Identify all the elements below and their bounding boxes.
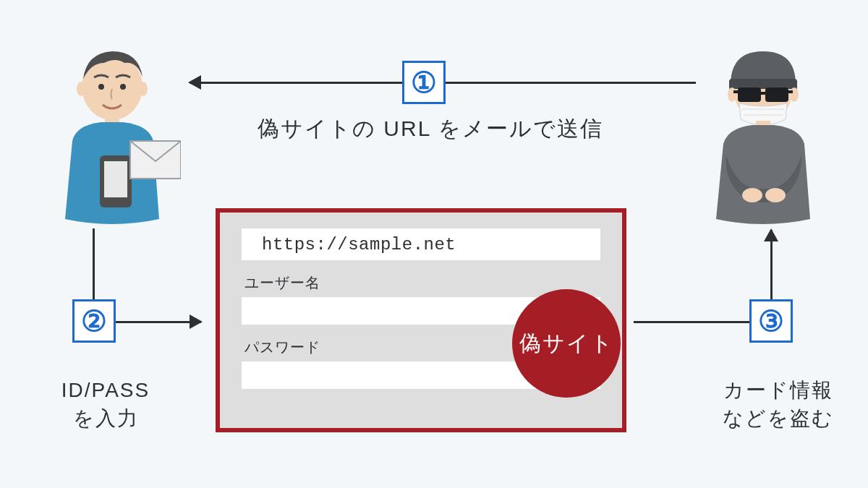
step3-label-line1: カード情報 (723, 379, 833, 401)
svg-point-19 (742, 188, 762, 202)
svg-point-12 (790, 87, 799, 102)
victim-figure (43, 47, 181, 227)
fake-site-badge-label: 偽サイト (519, 329, 614, 359)
svg-rect-14 (765, 87, 788, 102)
step3-number: ③ (758, 304, 784, 338)
svg-point-3 (98, 84, 104, 90)
svg-point-2 (139, 82, 148, 96)
step3-badge: ③ (749, 299, 793, 343)
step2-label-line1: ID/PASS (61, 379, 150, 401)
svg-rect-8 (104, 161, 127, 197)
svg-point-4 (120, 84, 126, 90)
step3-label-line2: などを盗む (723, 407, 834, 429)
svg-rect-16 (733, 90, 739, 93)
attacker-figure (694, 47, 832, 227)
svg-point-20 (765, 188, 786, 202)
step2-badge: ② (72, 299, 116, 343)
step1-number: ① (411, 66, 437, 99)
step3-label: カード情報 などを盗む (706, 376, 851, 432)
svg-rect-17 (787, 90, 793, 93)
step2-label-line2: を入力 (73, 407, 139, 429)
step1-badge: ① (402, 61, 446, 104)
fake-site-badge: 偽サイト (512, 289, 621, 398)
svg-point-1 (77, 82, 85, 96)
svg-rect-15 (760, 92, 767, 95)
step2-label: ID/PASS を入力 (41, 376, 171, 432)
svg-rect-13 (738, 87, 761, 102)
step2-number: ② (81, 304, 107, 338)
fake-site-url-bar: https://sample.net (242, 228, 600, 260)
step1-label: 偽サイトの URL をメールで送信 (258, 114, 603, 144)
username-label: ユーザー名 (244, 273, 600, 293)
fake-site-url: https://sample.net (262, 235, 456, 254)
svg-point-11 (728, 87, 736, 102)
